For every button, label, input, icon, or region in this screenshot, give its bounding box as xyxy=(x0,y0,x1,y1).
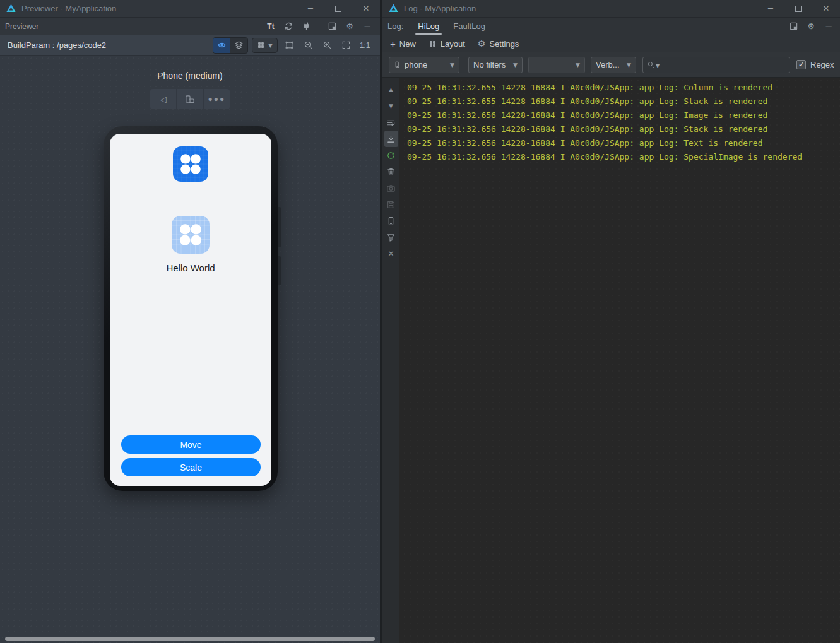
minimize-icon[interactable]: ─ xyxy=(297,0,324,17)
zoom-in-icon[interactable] xyxy=(319,38,334,52)
log-level-value: Verb... xyxy=(596,60,620,69)
refresh-icon[interactable] xyxy=(281,20,296,33)
build-param-bar: BuildParam : /pages/code2 ▼ xyxy=(0,35,380,56)
regex-toggle[interactable]: ✓ Regex xyxy=(796,60,834,69)
log-console: ▲▼✕ 09-25 16:31:32.655 14228-16884 I A0c… xyxy=(382,78,840,643)
soft-wrap-icon[interactable] xyxy=(384,114,398,131)
hide-panel-icon[interactable]: ─ xyxy=(360,20,375,33)
clear-logs-icon[interactable] xyxy=(384,163,398,180)
maximize-icon[interactable] xyxy=(784,0,812,17)
back-button[interactable]: ◁ xyxy=(150,89,177,109)
panel-title: Previewer xyxy=(5,22,38,31)
grid-layout-icon xyxy=(429,40,437,48)
maximize-icon[interactable] xyxy=(324,0,352,17)
phone-icon xyxy=(394,61,401,69)
save-log-icon xyxy=(384,196,398,213)
more-options-button[interactable]: ●●● xyxy=(204,89,230,109)
device-select-value: phone xyxy=(405,60,427,69)
log-filter-bar: phone ▼ No filters ▼ ▼ Verb... ▼ ▼ ✓ xyxy=(382,52,840,78)
filter-icon[interactable] xyxy=(384,229,398,245)
log-line: 09-25 16:31:32.656 14228-16884 I A0c0d0/… xyxy=(407,150,840,164)
search-icon xyxy=(647,61,655,69)
hide-panel-icon[interactable]: ─ xyxy=(821,20,836,33)
tab-hilog[interactable]: HiLog xyxy=(411,18,446,35)
panel-layout-icon[interactable] xyxy=(786,20,801,33)
previewer-window: Previewer - MyApplication ─ ✕ Previewer … xyxy=(0,0,380,643)
interactive-preview-icon[interactable] xyxy=(213,38,230,53)
divider xyxy=(319,21,319,32)
multi-device-preview-button[interactable]: ▼ xyxy=(252,38,278,53)
log-window: Log - MyApplication ─ ✕ Log: HiLog Fault… xyxy=(382,0,840,643)
checkbox-checked-icon[interactable]: ✓ xyxy=(796,60,806,69)
power-button xyxy=(278,256,281,285)
fit-to-screen-icon[interactable] xyxy=(338,38,353,52)
previewer-toolbar-actions: Tt ⚙ ─ xyxy=(263,20,375,33)
actual-size-button[interactable]: 1:1 xyxy=(357,38,372,52)
minimize-icon[interactable]: ─ xyxy=(757,0,784,17)
settings-gear-icon[interactable]: ⚙ xyxy=(342,20,357,33)
package-select[interactable]: ▼ xyxy=(528,57,585,73)
preview-mode-toggle xyxy=(213,37,248,54)
window-title: Log - MyApplication xyxy=(404,4,476,13)
device-label: Phone (medium) xyxy=(0,71,380,81)
window-controls: ─ ✕ xyxy=(297,0,380,17)
settings-label: Settings xyxy=(489,39,519,49)
inspector-plug-icon[interactable] xyxy=(299,20,314,33)
search-options-icon[interactable]: ▼ xyxy=(656,63,660,69)
log-line: 09-25 16:31:32.655 14228-16884 I A0c0d0/… xyxy=(407,81,840,95)
chevron-down-icon: ▼ xyxy=(268,42,273,49)
regex-label: Regex xyxy=(810,60,834,69)
new-label: New xyxy=(399,39,416,49)
scale-button[interactable]: Scale xyxy=(121,458,261,476)
move-button[interactable]: Move xyxy=(121,435,261,454)
search-input[interactable] xyxy=(661,60,786,69)
volume-button xyxy=(278,207,281,247)
rotate-device-button[interactable] xyxy=(177,89,203,109)
panel-layout-icon[interactable] xyxy=(324,20,340,33)
close-icon[interactable]: ✕ xyxy=(352,0,380,17)
new-session-button[interactable]: + New xyxy=(390,39,416,49)
device-select[interactable]: phone ▼ xyxy=(389,57,459,73)
log-tabs-label: Log: xyxy=(387,21,403,31)
log-line: 09-25 16:31:32.656 14228-16884 I A0c0d0/… xyxy=(407,109,840,122)
preview-canvas: Phone (medium) ◁ ●●● xyxy=(0,56,380,643)
device-nav-group: ◁ ●●● xyxy=(150,89,230,109)
gear-icon: ⚙ xyxy=(478,38,486,49)
log-level-select[interactable]: Verb... ▼ xyxy=(591,57,636,73)
log-search-box: ▼ xyxy=(642,57,790,73)
tab-faultlog[interactable]: FaultLog xyxy=(446,18,492,35)
horizontal-scrollbar[interactable] xyxy=(5,637,375,641)
scroll-down-icon[interactable]: ▼ xyxy=(384,98,398,114)
scroll-up-icon[interactable]: ▲ xyxy=(384,81,398,98)
font-size-icon[interactable]: Tt xyxy=(263,20,278,33)
layout-button[interactable]: Layout xyxy=(429,39,465,49)
log-tab-bar: Log: HiLog FaultLog ⚙ ─ xyxy=(382,18,840,35)
chevron-down-icon: ▼ xyxy=(446,62,454,68)
log-line: 09-25 16:31:32.655 14228-16884 I A0c0d0/… xyxy=(407,95,840,109)
device-screen-icon[interactable] xyxy=(384,213,398,229)
chevron-down-icon: ▼ xyxy=(623,62,631,68)
rerun-icon[interactable] xyxy=(384,147,398,163)
log-output[interactable]: 09-25 16:31:32.655 14228-16884 I A0c0d0/… xyxy=(399,78,840,643)
log-gutter-toolbar: ▲▼✕ xyxy=(382,78,399,643)
build-param-label: BuildParam : /pages/code2 xyxy=(8,40,106,50)
selection-frame-icon[interactable] xyxy=(281,38,297,52)
filter-select[interactable]: No filters ▼ xyxy=(468,57,523,73)
hello-world-text: Hello World xyxy=(110,263,271,273)
phone-screen: Hello World Move Scale xyxy=(110,134,271,486)
screenshot-icon xyxy=(384,180,398,196)
settings-button[interactable]: ⚙ Settings xyxy=(478,38,519,49)
window-controls: ─ ✕ xyxy=(757,0,840,17)
desktop: Previewer - MyApplication ─ ✕ Previewer … xyxy=(0,0,840,643)
settings-gear-icon[interactable]: ⚙ xyxy=(803,20,819,33)
build-bar-actions: ▼ xyxy=(213,37,372,54)
deveco-logo-icon xyxy=(388,3,399,14)
close-icon[interactable]: ✕ xyxy=(384,245,398,262)
close-icon[interactable]: ✕ xyxy=(812,0,840,17)
zoom-out-icon[interactable] xyxy=(300,38,316,52)
plus-icon: + xyxy=(390,39,396,49)
component-layers-icon[interactable] xyxy=(230,38,247,53)
scroll-to-end-icon[interactable] xyxy=(384,131,398,147)
previewer-titlebar: Previewer - MyApplication ─ ✕ xyxy=(0,0,380,18)
filter-select-value: No filters xyxy=(473,60,506,69)
